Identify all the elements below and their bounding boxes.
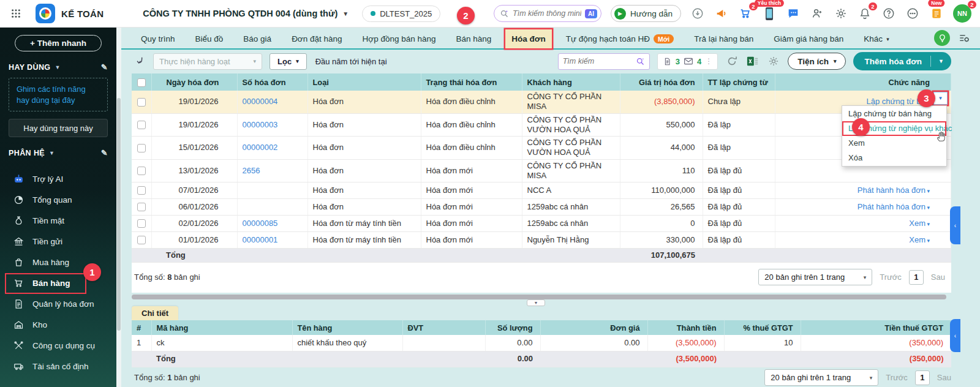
bell-icon[interactable]: 2 — [858, 6, 872, 21]
utilities-button[interactable]: Tiện ích ▾ — [788, 53, 846, 70]
col-header[interactable]: Giá trị hóa đơn — [620, 73, 703, 91]
whats-new-icon[interactable]: New — [929, 6, 944, 21]
prev-page-button[interactable]: Trước — [886, 373, 908, 382]
invoice-number-link[interactable]: 00000003 — [243, 120, 278, 129]
invoice-number-link[interactable]: 00000002 — [243, 143, 278, 152]
sidebar-scrollbar[interactable] — [116, 28, 121, 387]
row-action-link[interactable]: Phát hành hóa đơn — [858, 202, 930, 211]
current-page[interactable]: 1 — [909, 270, 924, 285]
col-header[interactable]: Tên hàng — [292, 320, 402, 335]
col-header[interactable]: Thành tiền — [647, 320, 724, 335]
pin-this-page-button[interactable]: Hay dùng trang này — [9, 119, 108, 137]
col-header[interactable]: Số lượng — [485, 320, 540, 335]
invoice-row[interactable]: 15/01/2026 00000002 Hóa đơn Hóa đơn điều… — [132, 137, 951, 160]
excel-export-icon[interactable] — [746, 54, 760, 68]
row-action-link[interactable]: Xem — [909, 235, 930, 244]
row-checkbox[interactable] — [137, 98, 146, 107]
horizontal-scrollbar[interactable] — [132, 295, 946, 299]
detail-row[interactable]: 1 ck chiết khấu theo quý 0.00 0.00 (3,50… — [132, 335, 951, 351]
collapsed-panel-toggle[interactable]: ‹ — [950, 319, 960, 352]
col-header[interactable]: ĐVT — [402, 320, 485, 335]
chat-icon[interactable] — [786, 6, 801, 21]
gear-icon[interactable] — [834, 6, 848, 21]
row-checkbox[interactable] — [137, 236, 146, 244]
select-all-checkbox[interactable] — [137, 78, 146, 87]
invoice-row[interactable]: 02/01/2026 00000085 Hóa đơn từ máy tính … — [132, 216, 951, 232]
row-action-link[interactable]: Phát hành hóa đơn — [858, 186, 930, 195]
help-icon[interactable] — [881, 6, 896, 21]
col-header[interactable]: Ngày hóa đơn — [151, 73, 237, 91]
smart-search[interactable]: AI — [494, 5, 601, 22]
quick-add-button[interactable]: + Thêm nhanh — [15, 35, 102, 51]
mail-icon[interactable] — [684, 57, 693, 66]
app-grid-icon[interactable] — [11, 9, 21, 18]
tab[interactable]: Tự động hạch toán HĐ Mới ▾ — [560, 29, 680, 48]
add-invoice-button[interactable]: Thêm hóa đơn ▼ — [853, 52, 951, 70]
edit-icon[interactable]: ✎ — [101, 62, 108, 72]
tab[interactable]: Báo giá ▾ — [237, 29, 277, 48]
tab[interactable]: Quy trình ▾ — [135, 29, 181, 48]
phone-promo-icon[interactable]: Yêu thích — [762, 6, 777, 21]
grid-search-input[interactable] — [563, 57, 632, 66]
more-dots-icon[interactable]: ⋮ — [705, 57, 712, 66]
current-page[interactable]: 1 — [915, 370, 930, 385]
col-header[interactable]: Tiền thuế GTGT — [801, 320, 951, 335]
invoice-row[interactable]: 19/01/2026 00000004 Hóa đơn Hóa đơn điều… — [132, 91, 951, 113]
document-icon[interactable] — [663, 57, 672, 66]
row-checkbox[interactable] — [137, 144, 146, 152]
invoice-row[interactable]: 01/01/2026 00000001 Hóa đơn từ máy tính … — [132, 232, 951, 249]
guide-button[interactable]: ▶ Hướng dẫn — [611, 5, 681, 22]
col-header[interactable]: Đơn giá — [540, 320, 647, 335]
sidebar-item[interactable]: Tiền mặt — [5, 210, 78, 231]
tab[interactable]: Hóa đơn ▾ — [505, 29, 551, 48]
modules-section-header[interactable]: PHÂN HỆ ▼ ✎ — [9, 148, 108, 157]
sidebar-item[interactable]: Bán hàng — [5, 272, 78, 293]
context-menu-item[interactable]: Xóa — [842, 151, 946, 165]
invoice-number-link[interactable]: 00000001 — [243, 235, 278, 244]
misa-logo-icon[interactable] — [36, 4, 55, 23]
prev-page-button[interactable]: Trước — [880, 272, 902, 282]
tab[interactable]: Giảm giá hàng bán ▾ — [767, 29, 850, 48]
tab[interactable]: Bán hàng ▾ — [450, 29, 498, 48]
database-pill[interactable]: DLTEST_2025 — [362, 6, 440, 22]
view-settings-icon[interactable] — [958, 32, 970, 44]
row-checkbox[interactable] — [137, 167, 146, 175]
col-header[interactable]: Trạng thái hóa đơn — [421, 73, 522, 91]
megaphone-icon[interactable] — [714, 6, 729, 21]
avatar[interactable]: NN 2 — [953, 4, 971, 23]
col-header[interactable]: Chức năng — [775, 73, 951, 91]
batch-action-select[interactable]: Thực hiện hàng loạt ▾ — [153, 53, 262, 70]
tab[interactable]: Đơn đặt hàng ▾ — [285, 29, 348, 48]
invoice-row[interactable]: 07/01/2026 Hóa đơn Hóa đơn mới NCC A 110… — [132, 182, 951, 199]
panel-collapse-button[interactable]: ▼ — [527, 299, 545, 306]
context-menu-item[interactable]: Xem — [842, 136, 946, 151]
col-header[interactable]: % thuế GTGT — [724, 320, 801, 335]
smart-search-input[interactable] — [513, 9, 581, 18]
row-checkbox[interactable] — [137, 121, 146, 129]
tab[interactable]: Biểu đồ ▾ — [189, 29, 230, 48]
filter-button[interactable]: Lọc ▾ — [270, 53, 307, 70]
company-selector[interactable]: CÔNG TY TNHH PHÒNG QTDH 004 (dùng thử) ▼ — [143, 9, 349, 18]
col-header[interactable]: Khách hàng — [522, 73, 620, 91]
invoice-row[interactable]: 06/01/2026 Hóa đơn Hóa đơn mới 1259abc c… — [132, 199, 951, 216]
sidebar-item[interactable]: Tiền gửi — [5, 231, 78, 252]
grid-search[interactable] — [558, 53, 650, 70]
row-checkbox[interactable] — [137, 203, 146, 211]
download-icon[interactable] — [690, 6, 705, 21]
row-action-link[interactable]: Xem — [909, 219, 930, 228]
sidebar-item[interactable]: Trợ lý AI — [5, 168, 78, 189]
col-header[interactable]: TT lập chứng từ — [703, 73, 775, 91]
page-size-select[interactable]: 20 bản ghi trên 1 trang ▾ — [764, 369, 878, 386]
refresh-icon[interactable] — [725, 54, 739, 68]
sort-icon[interactable] — [135, 56, 146, 67]
sidebar-item[interactable]: Tổng quan — [5, 189, 80, 210]
col-header[interactable]: Số hóa đơn — [237, 73, 307, 91]
invoice-number-link[interactable]: 00000085 — [243, 219, 278, 228]
favorites-section-header[interactable]: HAY DÙNG ▼ ✎ — [9, 62, 108, 72]
invoice-number-link[interactable]: 00000004 — [243, 97, 278, 106]
invoice-row[interactable]: 19/01/2026 00000003 Hóa đơn Hóa đơn điều… — [132, 113, 951, 137]
sidebar-item[interactable]: Kho — [5, 314, 78, 335]
row-checkbox[interactable] — [137, 219, 146, 228]
sidebar-item[interactable]: Mua hàng — [5, 252, 78, 272]
more-icon[interactable] — [905, 6, 920, 21]
